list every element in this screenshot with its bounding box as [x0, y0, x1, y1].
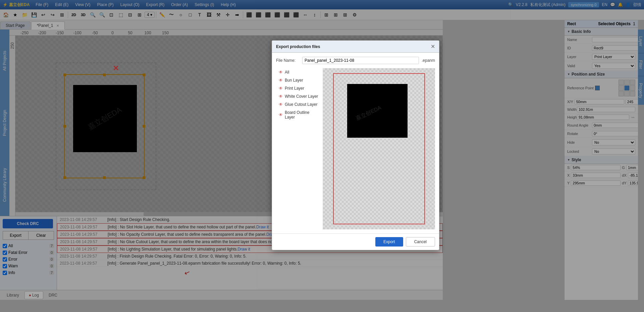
dialog-title: Export production files ✕: [272, 41, 439, 53]
preview-area: 嘉立创EDA: [323, 68, 435, 229]
dialog-footer: Export Cancel: [272, 233, 439, 250]
dialog-body: File Name: .epanm 👁 All 👁 Bun Layer 👁 Pr…: [272, 53, 439, 233]
eye-icon-glue: 👁: [279, 102, 283, 107]
layer-board-outline[interactable]: 👁 Board Outline Layer: [276, 108, 323, 121]
layer-bun[interactable]: 👁 Bun Layer: [276, 76, 323, 84]
filename-label: File Name:: [276, 58, 300, 63]
eye-icon-bun: 👁: [279, 78, 283, 83]
layer-white-cover[interactable]: 👁 White Cover Layer: [276, 92, 323, 100]
eye-icon-board: 👁: [279, 113, 283, 117]
dialog-content: 👁 All 👁 Bun Layer 👁 Print Layer 👁 White …: [276, 68, 435, 229]
layer-print[interactable]: 👁 Print Layer: [276, 84, 323, 92]
eye-icon-white: 👁: [279, 94, 283, 99]
cancel-button[interactable]: Cancel: [406, 237, 435, 247]
dialog-close-button[interactable]: ✕: [431, 43, 435, 50]
layer-list: 👁 All 👁 Bun Layer 👁 Print Layer 👁 White …: [276, 68, 323, 229]
eye-icon-all: 👁: [279, 70, 283, 75]
layer-glue-cutout[interactable]: 👁 Glue Cutout Layer: [276, 100, 323, 108]
export-button[interactable]: Export: [375, 237, 403, 247]
preview-black-rect: 嘉立创EDA: [347, 84, 408, 138]
layer-all[interactable]: 👁 All: [276, 68, 323, 76]
export-dialog: Export production files ✕ File Name: .ep…: [272, 40, 439, 250]
preview-inner: 嘉立创EDA: [333, 73, 425, 224]
filename-input[interactable]: [302, 57, 419, 64]
file-ext-label: .epanm: [422, 58, 435, 63]
eye-icon-print: 👁: [279, 86, 283, 91]
filename-row: File Name: .epanm: [276, 57, 435, 64]
